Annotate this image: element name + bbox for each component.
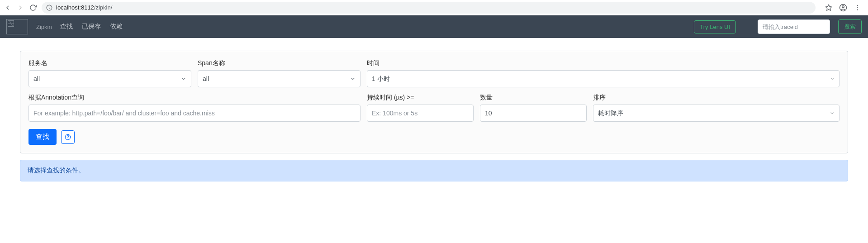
nav-links: 查找 已保存 依赖 <box>60 23 123 31</box>
forward-icon[interactable] <box>16 4 24 12</box>
label-time: 时间 <box>367 59 840 67</box>
label-span: Span名称 <box>198 59 360 67</box>
field-span: Span名称 <box>198 59 360 87</box>
time-select[interactable]: 1 小时 <box>367 70 840 87</box>
field-annotation: 根据Annotation查询 <box>28 94 360 122</box>
label-service: 服务名 <box>28 59 191 67</box>
url-text: localhost:8112/zipkin/ <box>56 4 112 11</box>
svg-point-6 <box>857 5 858 6</box>
broken-image-icon <box>8 20 14 27</box>
help-button[interactable] <box>61 130 75 144</box>
label-annotation: 根据Annotation查询 <box>28 94 360 102</box>
service-select-wrap <box>28 70 191 87</box>
label-sort: 排序 <box>593 94 840 102</box>
svg-point-7 <box>857 7 858 8</box>
info-icon <box>46 5 52 11</box>
time-select-wrap: 1 小时 <box>367 70 840 87</box>
field-sort: 排序 耗时降序 <box>593 94 840 122</box>
nav-saved[interactable]: 已保存 <box>82 23 101 31</box>
back-icon[interactable] <box>4 4 12 12</box>
reload-icon[interactable] <box>29 4 37 12</box>
field-service: 服务名 <box>28 59 191 87</box>
main-container: 服务名 Span名称 时间 <box>0 38 868 194</box>
sort-select-wrap: 耗时降序 <box>593 105 840 122</box>
span-select[interactable] <box>198 70 360 87</box>
star-icon[interactable] <box>825 4 833 12</box>
span-select-wrap <box>198 70 360 87</box>
more-icon[interactable] <box>854 4 862 12</box>
svg-point-5 <box>842 5 844 8</box>
alert-message: 请选择查找的条件。 <box>28 167 85 174</box>
sort-select[interactable]: 耗时降序 <box>593 105 840 122</box>
field-duration: 持续时间 (µs) >= <box>367 94 474 122</box>
brand-label: Zipkin <box>36 24 52 30</box>
svg-point-8 <box>857 9 858 10</box>
row-2: 根据Annotation查询 持续时间 (µs) >= 数量 排序 耗时降序 <box>28 94 840 122</box>
annotation-input[interactable] <box>28 105 360 122</box>
browser-right-icons <box>825 4 862 12</box>
alert-info: 请选择查找的条件。 <box>20 160 848 181</box>
label-duration: 持续时间 (µs) >= <box>367 94 474 102</box>
actions-row: 查找 <box>28 129 840 145</box>
search-panel: 服务名 Span名称 时间 <box>20 51 848 153</box>
profile-icon[interactable] <box>839 4 847 12</box>
address-bar[interactable]: localhost:8112/zipkin/ <box>42 2 816 14</box>
field-time: 时间 1 小时 <box>367 59 840 87</box>
traceid-input[interactable] <box>758 19 830 34</box>
logo-placeholder <box>6 19 28 34</box>
nav-find[interactable]: 查找 <box>60 23 73 31</box>
try-lens-button[interactable]: Try Lens UI <box>694 20 736 33</box>
duration-input[interactable] <box>367 105 474 122</box>
find-button[interactable]: 查找 <box>28 129 57 145</box>
app-header: Zipkin 查找 已保存 依赖 Try Lens UI 搜索 <box>0 15 868 38</box>
svg-marker-3 <box>825 5 831 10</box>
service-select[interactable] <box>28 70 191 87</box>
help-icon <box>65 134 71 140</box>
field-limit: 数量 <box>480 94 587 122</box>
label-limit: 数量 <box>480 94 587 102</box>
row-1: 服务名 Span名称 时间 <box>28 59 840 87</box>
header-search-button[interactable]: 搜索 <box>838 19 862 34</box>
limit-input[interactable] <box>480 105 587 122</box>
nav-deps[interactable]: 依赖 <box>110 23 123 31</box>
browser-chrome: localhost:8112/zipkin/ <box>0 0 868 15</box>
